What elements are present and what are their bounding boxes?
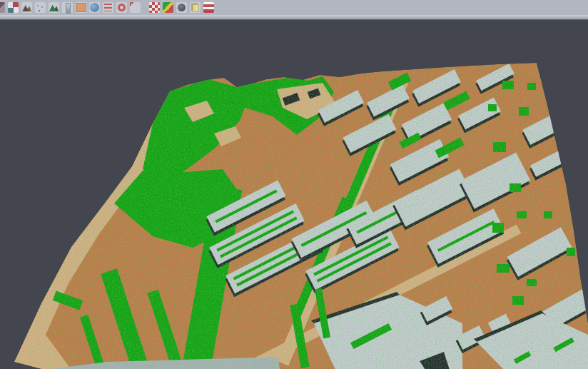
- 3d-viewport[interactable]: [0, 20, 588, 369]
- point-cloud-icon[interactable]: [35, 2, 46, 13]
- point-cloud-scene[interactable]: [0, 20, 588, 369]
- camera-icon[interactable]: [176, 2, 187, 13]
- terrain-icon[interactable]: [21, 2, 32, 13]
- selection-icon[interactable]: [130, 2, 141, 13]
- orthophoto-icon[interactable]: [76, 2, 86, 13]
- list-icon[interactable]: [103, 2, 113, 13]
- point-cloud-speckle-light: [0, 20, 588, 369]
- toolbar-separator: [0, 15, 588, 20]
- level-icon[interactable]: [62, 2, 73, 13]
- application-window: [0, 0, 588, 369]
- grid-icon[interactable]: [149, 2, 160, 13]
- target-icon[interactable]: [116, 2, 127, 13]
- layers-icon[interactable]: [203, 2, 214, 13]
- terrain-group: [0, 20, 588, 369]
- globe-icon[interactable]: [89, 2, 100, 13]
- classification-map-icon[interactable]: [163, 2, 173, 13]
- export-icon[interactable]: [190, 2, 201, 13]
- edit-icon[interactable]: [0, 2, 5, 13]
- main-toolbar: [0, 0, 588, 15]
- transform-icon[interactable]: [8, 2, 19, 13]
- vegetation-terrain-icon[interactable]: [49, 2, 59, 13]
